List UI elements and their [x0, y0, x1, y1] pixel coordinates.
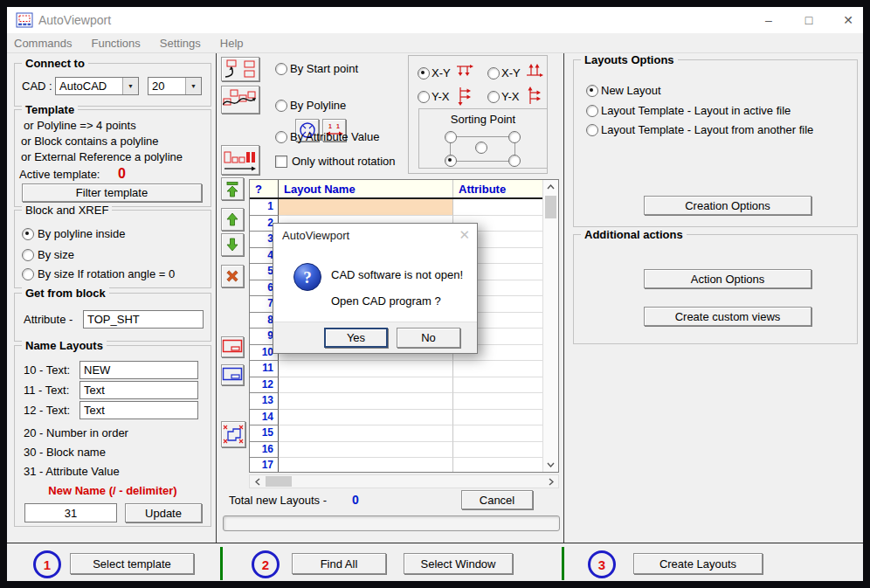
table-row[interactable]: 16: [250, 442, 543, 459]
header-attribute[interactable]: Attribute: [453, 180, 543, 197]
field-12-input[interactable]: [79, 401, 198, 419]
row-number[interactable]: 1: [250, 199, 279, 216]
filter-template-button[interactable]: Filter template: [22, 183, 202, 202]
dialog-close-icon[interactable]: ✕: [459, 227, 470, 243]
scroll-right-icon[interactable]: [543, 475, 558, 488]
create-custom-views-button[interactable]: Create custom views: [644, 307, 811, 326]
layout-name-cell[interactable]: [279, 425, 453, 442]
polyline-icon[interactable]: [221, 86, 259, 114]
radio-layout-template-active[interactable]: [586, 105, 598, 117]
menu-functions[interactable]: Functions: [91, 37, 140, 50]
table-row[interactable]: 11: [250, 361, 543, 377]
attribute-cell[interactable]: [453, 361, 543, 377]
minimize-button[interactable]: –: [749, 7, 788, 33]
row-number[interactable]: 14: [250, 410, 279, 426]
sorting-point-center[interactable]: [475, 142, 487, 154]
update-button[interactable]: Update: [125, 503, 202, 522]
move-up-button[interactable]: [221, 208, 244, 231]
radio-by-polyline-inside[interactable]: [22, 228, 34, 240]
attribute-cell[interactable]: [453, 377, 543, 394]
layout-name-cell[interactable]: [279, 361, 453, 377]
only-without-rotation-checkbox[interactable]: [275, 156, 287, 168]
viewport-red-button[interactable]: [221, 336, 244, 357]
horizontal-scrollbar[interactable]: [249, 474, 559, 488]
menu-commands[interactable]: Commands: [14, 37, 72, 50]
header-layout-name[interactable]: Layout Name: [279, 180, 453, 197]
attribute-input[interactable]: [83, 310, 204, 329]
select-template-button[interactable]: Select template: [70, 553, 194, 574]
table-row[interactable]: 12: [250, 377, 543, 394]
attribute-cell[interactable]: [453, 199, 543, 216]
attribute-cell[interactable]: [453, 410, 543, 426]
sorting-point-top-right[interactable]: [508, 131, 521, 143]
row-number[interactable]: 11: [250, 361, 279, 377]
radio-layout-template-another[interactable]: [586, 124, 598, 136]
cancel-button[interactable]: Cancel: [461, 490, 533, 509]
table-row[interactable]: 14: [250, 410, 543, 426]
fit-viewport-button[interactable]: [221, 421, 245, 447]
cad-select[interactable]: AutoCAD ▼: [55, 77, 139, 95]
radio-new-layout[interactable]: [586, 85, 598, 97]
select-window-button[interactable]: Select Window: [404, 553, 513, 574]
scroll-up-icon[interactable]: [543, 180, 558, 194]
radio-by-start-point[interactable]: [275, 63, 287, 75]
radio-by-size-if-rotation[interactable]: [22, 268, 34, 280]
horizontal-scroll-thumb[interactable]: [266, 476, 292, 487]
attribute-cell[interactable]: [453, 458, 543, 472]
attribute-cell[interactable]: [453, 425, 543, 442]
radio-xy-secondary[interactable]: [487, 67, 500, 80]
menu-settings[interactable]: Settings: [160, 37, 201, 50]
cad-version-select[interactable]: 20 ▼: [148, 77, 202, 95]
header-question[interactable]: ?: [250, 180, 279, 197]
radio-yx-secondary[interactable]: [487, 91, 500, 103]
start-point-icon[interactable]: [221, 57, 259, 81]
creation-options-button[interactable]: Creation Options: [644, 196, 811, 215]
chevron-down-icon[interactable]: ▼: [185, 78, 201, 94]
attribute-cell[interactable]: [453, 442, 543, 459]
delete-row-button[interactable]: [221, 265, 244, 287]
radio-xy-primary[interactable]: [418, 67, 430, 80]
layout-name-cell[interactable]: [279, 393, 453, 410]
sorting-point-bottom-right[interactable]: [508, 155, 521, 167]
radio-by-attribute-value[interactable]: [275, 131, 287, 143]
radio-by-size[interactable]: [22, 249, 34, 261]
table-row[interactable]: 17: [250, 458, 543, 472]
sorting-point-top-left[interactable]: [445, 131, 457, 143]
sorting-point-bottom-left[interactable]: [445, 155, 457, 167]
maximize-button[interactable]: □: [790, 7, 828, 33]
new-name-input[interactable]: [24, 503, 117, 522]
action-options-button[interactable]: Action Options: [644, 269, 811, 288]
table-row[interactable]: 15: [250, 425, 543, 442]
no-button[interactable]: No: [397, 328, 460, 348]
field-10-input[interactable]: [79, 361, 198, 379]
layout-name-cell[interactable]: [279, 458, 453, 472]
close-button[interactable]: ✕: [829, 7, 867, 33]
layout-name-cell[interactable]: [279, 199, 453, 216]
radio-yx-primary[interactable]: [418, 91, 430, 103]
attribute-cell[interactable]: [453, 393, 543, 410]
yes-button[interactable]: Yes: [324, 328, 388, 348]
row-number[interactable]: 15: [250, 425, 279, 442]
move-top-button[interactable]: [221, 177, 244, 200]
scroll-down-icon[interactable]: [543, 458, 558, 472]
table-row[interactable]: 1: [250, 199, 543, 216]
layout-name-cell[interactable]: [279, 377, 453, 394]
find-all-button[interactable]: Find All: [292, 553, 386, 574]
layout-name-cell[interactable]: [279, 410, 453, 426]
scroll-left-icon[interactable]: [250, 475, 265, 488]
radio-by-polyline[interactable]: [275, 100, 287, 112]
table-row[interactable]: 13: [250, 393, 543, 410]
without-rotation-icon[interactable]: [221, 145, 259, 175]
vertical-scroll-thumb[interactable]: [545, 196, 556, 218]
chevron-down-icon[interactable]: ▼: [122, 78, 138, 94]
row-number[interactable]: 13: [250, 393, 279, 410]
row-number[interactable]: 17: [250, 458, 279, 472]
menu-help[interactable]: Help: [220, 37, 244, 50]
viewport-blue-button[interactable]: [221, 364, 244, 385]
create-layouts-button[interactable]: Create Layouts: [633, 553, 763, 574]
row-number[interactable]: 16: [250, 442, 279, 459]
layout-name-cell[interactable]: [279, 442, 453, 459]
field-11-input[interactable]: [79, 381, 198, 399]
move-down-button[interactable]: [221, 233, 244, 256]
row-number[interactable]: 12: [250, 377, 279, 394]
